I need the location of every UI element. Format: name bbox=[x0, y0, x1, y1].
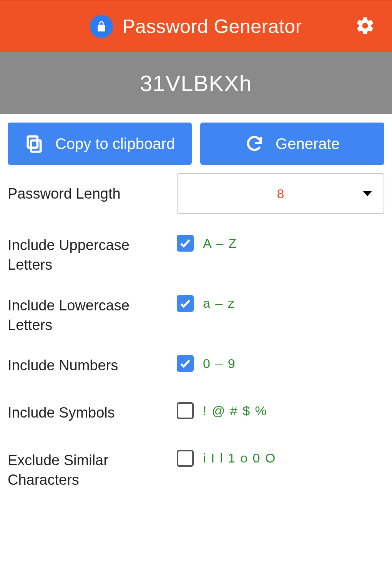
option-similar-hint: i I l 1 o 0 O bbox=[203, 451, 276, 466]
content-area: Copy to clipboard Generate Password Leng… bbox=[0, 114, 392, 577]
password-length-select[interactable]: 8 bbox=[177, 173, 384, 214]
refresh-icon bbox=[245, 134, 264, 153]
password-length-label: Password Length bbox=[8, 186, 177, 202]
option-symbols-label: Include Symbols bbox=[8, 402, 177, 423]
lock-icon bbox=[90, 15, 113, 38]
app-title: Password Generator bbox=[122, 15, 302, 38]
option-symbols: Include Symbols ! @ # $ % bbox=[8, 385, 384, 433]
svg-rect-1 bbox=[28, 136, 37, 148]
option-numbers-hint: 0 – 9 bbox=[203, 356, 236, 371]
app-header: Password Generator bbox=[0, 1, 392, 52]
generated-password: 31VLBKXh bbox=[0, 52, 392, 114]
option-uppercase-label: Include Uppercase Letters bbox=[8, 235, 177, 275]
option-symbols-hint: ! @ # $ % bbox=[203, 403, 267, 418]
option-lowercase-checkbox[interactable] bbox=[177, 295, 194, 312]
option-symbols-checkbox[interactable] bbox=[177, 402, 194, 419]
copy-button-label: Copy to clipboard bbox=[55, 135, 175, 153]
option-uppercase: Include Uppercase Letters A – Z bbox=[8, 225, 384, 285]
option-uppercase-checkbox[interactable] bbox=[177, 235, 194, 252]
option-numbers-checkbox[interactable] bbox=[177, 355, 194, 372]
chevron-down-icon bbox=[363, 191, 372, 196]
action-buttons: Copy to clipboard Generate bbox=[8, 123, 384, 165]
svg-rect-0 bbox=[31, 141, 41, 152]
option-uppercase-hint: A – Z bbox=[203, 236, 237, 251]
option-numbers-label: Include Numbers bbox=[8, 355, 177, 375]
copy-icon bbox=[25, 134, 44, 153]
password-length-value: 8 bbox=[277, 186, 284, 201]
generate-button[interactable]: Generate bbox=[200, 123, 384, 165]
option-lowercase: Include Lowercase Letters a – z bbox=[8, 285, 384, 345]
settings-button[interactable] bbox=[354, 15, 377, 38]
copy-button[interactable]: Copy to clipboard bbox=[8, 123, 192, 165]
option-numbers: Include Numbers 0 – 9 bbox=[8, 345, 384, 385]
option-lowercase-label: Include Lowercase Letters bbox=[8, 295, 177, 335]
password-length-row: Password Length 8 bbox=[8, 173, 384, 214]
gear-icon bbox=[355, 16, 375, 37]
generate-button-label: Generate bbox=[276, 135, 340, 153]
option-similar: Exclude Similar Characters i I l 1 o 0 O bbox=[8, 433, 384, 500]
header-center: Password Generator bbox=[90, 15, 302, 38]
option-similar-label: Exclude Similar Characters bbox=[8, 450, 177, 490]
option-lowercase-hint: a – z bbox=[203, 296, 235, 311]
option-similar-checkbox[interactable] bbox=[177, 450, 194, 467]
